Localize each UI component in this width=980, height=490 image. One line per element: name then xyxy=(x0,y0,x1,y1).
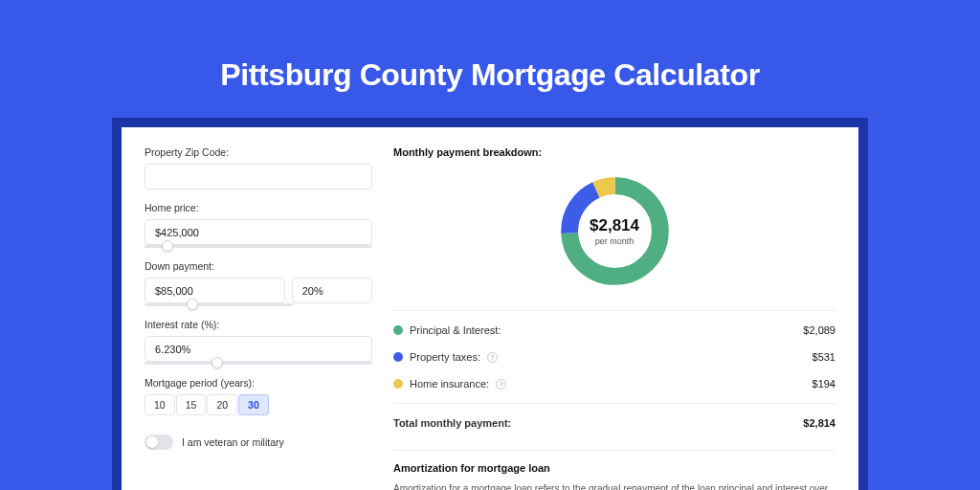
price-slider-thumb[interactable] xyxy=(162,240,173,252)
down-label: Down payment: xyxy=(145,260,372,272)
down-amount-input[interactable] xyxy=(145,278,285,303)
ins-label: Home insurance: xyxy=(410,378,489,390)
donut-center: $2,814 per month xyxy=(555,171,675,291)
divider xyxy=(393,310,835,311)
divider xyxy=(393,403,835,404)
dot-yellow-icon xyxy=(393,379,403,389)
zip-label: Property Zip Code: xyxy=(145,146,372,158)
tax-amount: $531 xyxy=(813,351,835,363)
veteran-toggle[interactable] xyxy=(145,434,173,450)
rate-slider[interactable] xyxy=(145,362,372,365)
amortization-title: Amortization for mortgage loan xyxy=(393,462,835,474)
amortization-section: Amortization for mortgage loan Amortizat… xyxy=(393,450,835,490)
donut-chart: $2,814 per month xyxy=(555,171,675,291)
total-amount: $2,814 xyxy=(803,417,835,429)
period-10-button[interactable]: 10 xyxy=(145,394,175,415)
period-30-button[interactable]: 30 xyxy=(238,394,269,415)
down-block: Down payment: xyxy=(145,260,372,306)
info-icon[interactable]: ? xyxy=(487,352,498,363)
info-icon[interactable]: ? xyxy=(496,379,506,390)
rate-label: Interest rate (%): xyxy=(145,319,372,330)
ins-amount: $194 xyxy=(813,378,835,390)
amortization-body: Amortization for a mortgage loan refers … xyxy=(393,481,835,490)
price-label: Home price: xyxy=(145,202,372,213)
zip-block: Property Zip Code: xyxy=(145,146,372,189)
breakdown-title: Monthly payment breakdown: xyxy=(393,146,835,158)
down-slider-thumb[interactable] xyxy=(187,299,198,310)
price-input[interactable] xyxy=(145,219,372,245)
donut-area: $2,814 per month xyxy=(393,158,835,304)
row-principal-interest: Principal & Interest: $2,089 xyxy=(393,317,835,344)
page-title: Pittsburg County Mortgage Calculator xyxy=(220,57,759,93)
period-15-button[interactable]: 15 xyxy=(176,394,207,415)
down-pct-input[interactable] xyxy=(292,278,372,303)
period-label: Mortgage period (years): xyxy=(145,377,372,389)
dot-blue-icon xyxy=(393,352,403,362)
row-total: Total monthly payment: $2,814 xyxy=(393,410,835,436)
rate-slider-thumb[interactable] xyxy=(212,357,223,368)
price-block: Home price: xyxy=(145,202,372,248)
donut-value: $2,814 xyxy=(590,216,639,235)
breakdown-panel: Monthly payment breakdown: $2,814 per mo… xyxy=(393,146,835,490)
veteran-label: I am veteran or military xyxy=(182,436,284,448)
rate-input[interactable] xyxy=(145,336,372,362)
period-block: Mortgage period (years): 10 15 20 30 xyxy=(145,377,372,415)
donut-sub: per month xyxy=(595,236,635,246)
zip-input[interactable] xyxy=(145,164,372,189)
period-20-button[interactable]: 20 xyxy=(207,394,237,415)
total-label: Total monthly payment: xyxy=(393,417,511,429)
form-panel: Property Zip Code: Home price: Down paym… xyxy=(145,146,372,490)
veteran-row: I am veteran or military xyxy=(145,434,372,450)
dot-green-icon xyxy=(393,325,403,335)
price-slider[interactable] xyxy=(145,245,372,248)
row-property-taxes: Property taxes: ? $531 xyxy=(393,344,835,370)
tax-label: Property taxes: xyxy=(410,351,480,363)
pi-label: Principal & Interest: xyxy=(410,324,501,336)
rate-block: Interest rate (%): xyxy=(145,319,372,365)
period-buttons: 10 15 20 30 xyxy=(145,394,372,415)
pi-amount: $2,089 xyxy=(803,324,835,336)
card-outer: Property Zip Code: Home price: Down paym… xyxy=(112,118,868,490)
calculator-card: Property Zip Code: Home price: Down paym… xyxy=(122,127,858,490)
row-home-insurance: Home insurance: ? $194 xyxy=(393,370,835,397)
down-slider[interactable] xyxy=(145,303,293,306)
